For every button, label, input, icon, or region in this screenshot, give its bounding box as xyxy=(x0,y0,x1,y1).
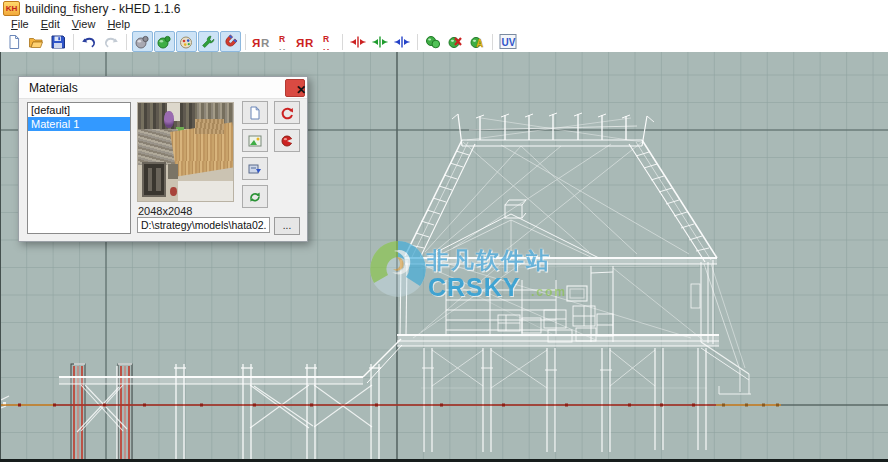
flip-x-button[interactable]: ЯR xyxy=(295,31,316,52)
svg-text:R: R xyxy=(323,46,329,50)
svg-text:R: R xyxy=(279,34,285,44)
red-sphere-button[interactable] xyxy=(274,129,300,152)
menu-edit[interactable]: Edit xyxy=(35,18,66,30)
weld-z-icon xyxy=(394,34,410,50)
redo-button[interactable] xyxy=(101,31,122,52)
mirror-y-icon: RR xyxy=(275,34,291,50)
texture-path-field[interactable] xyxy=(137,217,270,233)
uv-editor-icon: UV xyxy=(499,33,517,50)
red-circular-arrow-button[interactable] xyxy=(274,101,300,124)
svg-text:Я: Я xyxy=(296,36,304,48)
svg-text:R: R xyxy=(305,36,314,48)
tools-button[interactable] xyxy=(198,31,219,52)
app-icon: KH xyxy=(3,1,20,16)
export-image-icon xyxy=(248,162,262,176)
texture-preview xyxy=(137,102,234,202)
save-icon xyxy=(50,34,66,50)
materials-dialog: Materials ✕ [default]Material 1 2048x204… xyxy=(18,76,308,242)
face-mode-button[interactable] xyxy=(154,31,175,52)
new-file-icon xyxy=(6,34,22,50)
weld-x-icon xyxy=(350,34,366,50)
red-circular-arrow-icon xyxy=(280,106,294,120)
weld-x-button[interactable] xyxy=(348,31,369,52)
svg-text:Я: Я xyxy=(252,36,260,48)
material-mode-button[interactable] xyxy=(176,31,197,52)
close-button[interactable]: ✕ xyxy=(285,79,305,97)
close-icon: ✕ xyxy=(296,84,306,96)
flip-x-icon: ЯR xyxy=(296,34,314,50)
undo-icon xyxy=(81,34,97,50)
undo-button[interactable] xyxy=(79,31,100,52)
menu-help[interactable]: Help xyxy=(101,18,136,30)
load-image-button[interactable] xyxy=(242,129,268,152)
reload-image-icon xyxy=(248,190,262,204)
svg-text:UV: UV xyxy=(502,37,516,48)
delete-sphere-icon xyxy=(447,34,463,50)
save-button[interactable] xyxy=(48,31,69,52)
delete-object-button[interactable] xyxy=(445,31,466,52)
material-list-item[interactable]: [default] xyxy=(28,103,130,117)
mirror-y-button[interactable]: RR xyxy=(273,31,294,52)
menu-file[interactable]: File xyxy=(5,18,35,30)
material-sphere-icon xyxy=(178,34,194,50)
menu-view[interactable]: View xyxy=(66,18,102,30)
vertex-mode-button[interactable] xyxy=(132,31,153,52)
mirror-x-button[interactable]: ЯR xyxy=(251,31,272,52)
snap-button[interactable] xyxy=(220,31,241,52)
reload-image-button[interactable] xyxy=(242,185,268,208)
wrench-icon xyxy=(200,34,216,50)
weld-y-button[interactable] xyxy=(370,31,391,52)
duplicate-button[interactable] xyxy=(423,31,444,52)
flip-y-button[interactable]: RR xyxy=(317,31,338,52)
redo-icon xyxy=(103,34,119,50)
materials-dialog-title: Materials xyxy=(29,81,78,95)
uv-editor-button[interactable]: UV xyxy=(498,31,519,52)
weld-z-button[interactable] xyxy=(392,31,413,52)
svg-text:R: R xyxy=(323,34,329,44)
materials-dialog-titlebar[interactable]: Materials ✕ xyxy=(19,77,307,99)
main-toolbar: ЯR RR ЯR RR A UV xyxy=(0,31,888,52)
texture-dimensions: 2048x2048 xyxy=(138,205,192,217)
new-material-button[interactable] xyxy=(242,101,268,124)
svg-text:R: R xyxy=(261,36,270,48)
load-image-icon xyxy=(248,134,262,148)
red-sphere-icon xyxy=(280,134,294,148)
svg-text:R: R xyxy=(279,46,285,50)
export-image-button[interactable] xyxy=(242,157,268,180)
menu-bar: File Edit View Help xyxy=(0,17,888,31)
new-material-icon xyxy=(248,106,262,120)
materials-list[interactable]: [default]Material 1 xyxy=(27,102,131,234)
magnet-icon xyxy=(222,34,238,50)
title-bar: KH building_fishery - kHED 1.1.6 xyxy=(0,0,888,17)
new-file-button[interactable] xyxy=(4,31,25,52)
material-list-item[interactable]: Material 1 xyxy=(28,117,130,131)
browse-button[interactable]: ... xyxy=(274,217,300,235)
sphere-a-icon: A xyxy=(469,34,485,50)
face-sphere-icon xyxy=(156,34,172,50)
weld-y-icon xyxy=(372,34,388,50)
window-title: building_fishery - kHED 1.1.6 xyxy=(25,2,180,16)
mirror-x-icon: ЯR xyxy=(252,34,270,50)
select-all-button[interactable]: A xyxy=(467,31,488,52)
duplicate-spheres-icon xyxy=(425,34,441,50)
open-file-button[interactable] xyxy=(26,31,47,52)
open-folder-icon xyxy=(28,34,44,50)
svg-text:A: A xyxy=(476,38,483,49)
flip-y-icon: RR xyxy=(319,34,335,50)
vertex-sphere-icon xyxy=(134,34,150,50)
